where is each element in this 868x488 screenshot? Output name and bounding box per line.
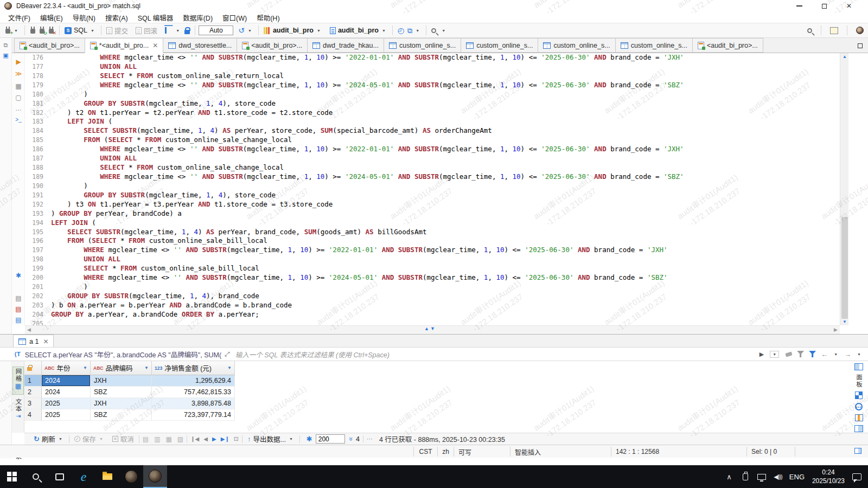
execute-statement-icon[interactable]: ▶ <box>12 59 25 65</box>
menu-item[interactable]: 编辑(E) <box>35 12 68 23</box>
taskbar-search-icon[interactable] <box>24 465 48 488</box>
statusbar-item[interactable]: 可写 <box>454 447 510 457</box>
maximize-view-icon[interactable] <box>858 43 863 48</box>
quick-search-icon[interactable] <box>807 28 812 33</box>
panels-icon[interactable] <box>854 363 863 370</box>
metadata-panel-icon[interactable] <box>855 414 863 421</box>
output-log-icon[interactable]: ▤ <box>12 317 25 323</box>
execute-script-icon[interactable]: ≫ <box>12 70 25 77</box>
editor-vertical-scrollbar[interactable]: ▲ ▼ <box>840 53 848 325</box>
disconnect-button[interactable]: ✕ <box>47 27 56 34</box>
close-icon[interactable]: ✕ <box>43 338 48 345</box>
window-close-button[interactable]: ✕ <box>837 0 861 12</box>
sash-collapse-icons[interactable]: ▲▼ <box>424 326 436 331</box>
column-header[interactable]: ABC品牌编码▼ <box>91 361 152 375</box>
duplicate-row-icon[interactable]: ▥ <box>154 435 160 443</box>
refresh-button[interactable]: ↻刷新▼ <box>32 434 66 444</box>
grid-cell[interactable]: 2024 <box>42 387 91 398</box>
fetch-size-input[interactable] <box>316 434 345 444</box>
analyze-icon[interactable]: ▢ <box>12 94 25 101</box>
column-filter-dropdown-icon[interactable]: ▼ <box>83 365 87 370</box>
grid-cell[interactable]: JXH <box>91 398 152 409</box>
statusbar-item[interactable]: CST <box>413 447 437 457</box>
result-settings-gear-icon[interactable]: ✱ <box>307 435 312 442</box>
taskbar-clock[interactable]: 0:24 2025/10/23 <box>808 468 849 485</box>
internet-explorer-icon[interactable]: e <box>72 465 95 488</box>
calc-panel-icon[interactable]: ••• <box>855 403 863 410</box>
last-row-icon[interactable]: ▶❙ <box>221 436 229 442</box>
language-indicator[interactable]: ENG <box>786 465 808 488</box>
filter-input[interactable]: 输入一个 SQL 表达式来过滤结果 (使用 Ctrl+Space) <box>235 349 760 359</box>
grid-cell[interactable]: SBZ <box>91 387 152 398</box>
editor-tab[interactable]: custom_online_s... <box>538 38 615 53</box>
statusbar-panel-icon[interactable] <box>854 448 861 454</box>
volume-tray-icon[interactable]: ◀))) <box>770 465 786 488</box>
row-number-cell[interactable]: 1 <box>24 375 42 387</box>
statusbar-item[interactable]: 142 : 1 : 12568 <box>611 447 676 457</box>
app-icon-dbeaver[interactable] <box>143 465 167 488</box>
row-number-cell[interactable]: 3 <box>24 398 42 409</box>
close-icon[interactable]: ✕ <box>152 42 158 49</box>
menu-item[interactable]: 文件(F) <box>3 12 35 23</box>
app-icon-1[interactable] <box>119 465 143 488</box>
task-view-icon[interactable] <box>48 465 72 488</box>
sql-code-editor[interactable]: 176 WHERE mgclear_time <> '' AND SUBSTR(… <box>25 53 840 325</box>
editor-tab[interactable]: custom_online_s... <box>384 38 461 53</box>
filter-history-dropdown-icon[interactable]: ▼ <box>770 351 779 358</box>
column-filter-dropdown-icon[interactable]: ▼ <box>144 365 149 370</box>
first-row-icon[interactable]: ❙◀ <box>190 436 199 442</box>
statusbar-item[interactable]: Sel: 0 | 0 <box>746 447 795 457</box>
grid-cell[interactable]: 757,462,815.33 <box>152 387 235 398</box>
tray-chevron-icon[interactable]: ∧ <box>721 465 737 488</box>
sql-editor-button[interactable]: SSQL▼ <box>63 27 98 34</box>
cancel-button[interactable]: ✕取消 <box>111 434 136 444</box>
remove-filter-icon[interactable] <box>797 351 804 357</box>
fast-view-icon[interactable]: ▣ <box>0 53 11 59</box>
menu-item[interactable]: 导航(N) <box>68 12 100 23</box>
editor-tab[interactable]: <audit_bi_pro>... <box>14 38 85 53</box>
er-diagram-button[interactable]: ⧉▼ <box>406 27 423 34</box>
scrollbar-thumb[interactable] <box>841 217 848 319</box>
menu-item[interactable]: 帮助(H) <box>252 12 284 23</box>
window-minimize-button[interactable] <box>787 0 812 12</box>
menu-item[interactable]: 数据库(D) <box>178 12 218 23</box>
custom-filter-icon[interactable] <box>809 351 816 357</box>
fetch-next-icon[interactable]: » <box>348 437 355 441</box>
action-center-icon[interactable] <box>852 473 861 480</box>
usb-tray-icon[interactable] <box>737 465 754 488</box>
open-console-icon[interactable]: >_ <box>12 117 25 123</box>
transaction-log-button[interactable]: ▔▔▼ <box>163 27 183 34</box>
column-filter-dropdown-icon[interactable]: ▼ <box>227 365 232 370</box>
editor-tab[interactable]: custom_online_s... <box>615 38 692 53</box>
reconnect-button[interactable]: ↻ <box>37 27 47 34</box>
nav-forward-icon[interactable]: → <box>844 351 851 358</box>
start-button[interactable] <box>0 465 24 488</box>
connect-button[interactable] <box>28 27 37 34</box>
grid-cell[interactable]: 723,397,779.14 <box>152 409 235 421</box>
transaction-mode-combo[interactable]: Auto <box>199 25 233 35</box>
grid-cell[interactable]: 3,898,875.48 <box>152 398 235 409</box>
grid-cell[interactable]: 1,295,629.4 <box>152 375 235 387</box>
row-colors-icon[interactable]: ▧ <box>177 435 183 443</box>
expand-filter-icon[interactable]: ⤢ <box>225 350 230 358</box>
grid-cell[interactable]: 2025 <box>42 409 91 421</box>
editor-tab[interactable]: <audit_bi_pro>... <box>692 38 763 53</box>
transaction-history-button[interactable]: ↺▼ <box>237 27 255 34</box>
database-selector[interactable]: audit_bi_pro▼ <box>262 27 324 34</box>
goto-row-icon[interactable]: ⊡ <box>234 435 239 442</box>
column-header[interactable]: 123净销售金额 (元)▼ <box>152 361 235 375</box>
clear-filter-icon[interactable] <box>785 351 793 357</box>
save-button[interactable]: ✓保存▼ <box>73 434 106 444</box>
dashboard-button[interactable]: ◴ <box>396 27 406 34</box>
grid-cell[interactable]: SBZ <box>91 409 152 421</box>
column-header[interactable]: ABC年份▼ <box>42 361 91 375</box>
more-actions-icon[interactable]: … <box>12 105 25 112</box>
schema-selector[interactable]: audit_bi_pro▼ <box>328 27 389 34</box>
text-presentation-button[interactable]: 文本 ⇥ <box>12 397 24 423</box>
menu-item[interactable]: 搜索(A) <box>100 12 133 23</box>
statusbar-item[interactable]: zh <box>437 447 454 457</box>
menu-item[interactable]: SQL 编辑器 <box>133 12 178 23</box>
window-maximize-button[interactable] <box>812 0 837 12</box>
value-viewer-icon[interactable] <box>855 391 863 399</box>
file-explorer-icon[interactable] <box>95 465 119 488</box>
